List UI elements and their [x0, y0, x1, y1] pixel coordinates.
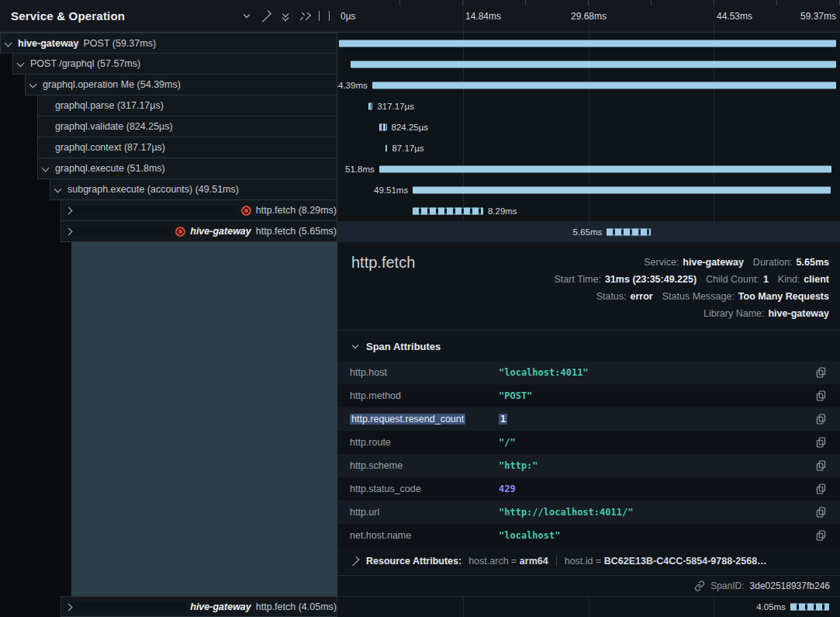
span-timeline-row[interactable] [337, 54, 840, 75]
selected-span-region[interactable] [71, 242, 337, 596]
expand-all-icon[interactable] [280, 10, 291, 23]
expander-icon[interactable] [16, 59, 26, 68]
span-duration-bar[interactable] [368, 102, 373, 109]
span-tree-row[interactable]: graphql.parse (317.17µs) [37, 95, 337, 116]
span-duration-bar[interactable] [379, 165, 831, 172]
span-service: hive-gateway [18, 38, 79, 49]
span-tree-row[interactable]: graphql.validate (824.25µs) [37, 116, 337, 137]
span-timeline-row[interactable]: 54.39ms [337, 75, 840, 95]
attribute-row[interactable]: http.url "http://localhost:4011/" [337, 501, 840, 524]
attribute-row[interactable]: http.route "/" [337, 431, 840, 454]
attribute-value-text: "localhost:4011" [499, 367, 589, 378]
ruler-tick-label: 59.37ms [800, 11, 836, 22]
expander-icon[interactable] [41, 164, 50, 173]
expander-icon[interactable] [41, 122, 50, 131]
span-duration-bar[interactable] [413, 207, 483, 214]
span-tree-row[interactable]: graphql.execute (51.8ms) [37, 158, 337, 179]
timeline-rows: 54.39ms 317.17µs 824.25µs 87.17µs 51.8ms… [337, 33, 840, 242]
span-duration-bar[interactable] [379, 123, 387, 130]
span-tree-row[interactable]: graphql.operation Me (54.39ms) [25, 75, 337, 95]
span-duration-bar[interactable] [413, 186, 831, 193]
span-footer: SpanID: 3de02518937fb246 [337, 575, 840, 596]
span-meta-pair: Library Name:hive-gateway [703, 305, 829, 322]
attribute-row[interactable]: http.scheme "http:" [337, 454, 840, 477]
copy-icon[interactable] [814, 505, 828, 519]
span-duration-label: 4.05ms [756, 602, 786, 612]
meta-value: client [804, 271, 829, 288]
resource-value: arm64 [520, 556, 548, 567]
copy-icon[interactable] [814, 459, 828, 473]
span-id-label: SpanID: [710, 581, 744, 591]
span-timeline-row[interactable]: 4.05ms [337, 597, 840, 617]
attribute-row[interactable]: http.method "POST" [337, 384, 840, 407]
expander-icon[interactable] [4, 39, 13, 48]
chevron-down-icon[interactable] [241, 10, 252, 23]
span-meta-pair: Kind:client [778, 271, 829, 288]
span-duration-bar[interactable] [385, 144, 387, 151]
attribute-row[interactable]: http.host "localhost:4011" [337, 361, 840, 384]
attribute-row[interactable]: net.host.name "localhost" [337, 524, 840, 547]
span-duration-bar[interactable] [372, 81, 837, 88]
span-meta: Service:hive-gatewayDuration:5.65msStart… [555, 254, 829, 322]
span-duration-bar[interactable] [607, 228, 650, 235]
span-timeline-row[interactable]: 317.17µs [337, 95, 840, 116]
span-timeline-row[interactable]: 51.8ms [337, 158, 840, 179]
chevron-right-icon [351, 559, 359, 563]
span-timeline-row[interactable]: 5.65ms [337, 221, 840, 242]
expander-icon[interactable] [41, 143, 50, 152]
attribute-row[interactable]: http.request.resend_count 1 [337, 407, 840, 431]
collapse-all-icon[interactable] [299, 10, 310, 23]
span-tree-row[interactable]: graphql.context (87.17µs) [37, 137, 337, 158]
span-attributes-header[interactable]: Span Attributes [337, 331, 840, 361]
attribute-row[interactable]: http.status_code 429 [337, 477, 840, 501]
attribute-value-text: "http://localhost:4011/" [499, 507, 633, 518]
meta-value: hive-gateway [683, 254, 744, 271]
attribute-key-text: http.url [350, 507, 379, 518]
span-tree-row[interactable]: http.fetch (8.29ms) [60, 200, 337, 221]
span-duration-bar[interactable] [790, 604, 829, 611]
span-timeline-row[interactable]: 824.25µs [337, 116, 840, 137]
span-tree-row[interactable]: hive-gateway http.fetch (5.65ms) [60, 221, 337, 242]
tree-toolbar [241, 10, 330, 23]
span-timeline-row[interactable] [337, 33, 840, 54]
copy-icon[interactable] [814, 435, 828, 449]
copy-icon[interactable] [814, 366, 828, 380]
expander-icon[interactable] [64, 227, 171, 236]
expander-icon[interactable] [41, 101, 50, 110]
meta-value: hive-gateway [768, 305, 829, 322]
copy-icon[interactable] [814, 389, 828, 403]
span-tree-row[interactable]: hive-gateway POST (59.37ms) [0, 33, 337, 54]
expander-icon[interactable] [64, 206, 237, 215]
attribute-value: "localhost" [499, 530, 814, 541]
attribute-key: http.request.resend_count [350, 414, 499, 425]
span-meta-line: Start Time:31ms (23:35:49.225)Child Coun… [555, 271, 829, 288]
span-duration-label: 51.8ms [345, 165, 375, 174]
resource-attributes-header[interactable]: Resource Attributes: host.arch = arm64ho… [337, 547, 840, 575]
meta-value: Too Many Requests [738, 288, 829, 305]
span-tree-row[interactable]: hive-gateway http.fetch (4.05ms) [60, 596, 337, 617]
expander-icon[interactable] [64, 602, 185, 612]
attribute-key-text: http.route [350, 437, 391, 448]
span-duration-bar[interactable] [351, 61, 837, 68]
span-tree-row[interactable]: POST /graphql (57.57ms) [12, 54, 337, 75]
meta-label: Status Message: [662, 288, 735, 305]
copy-icon[interactable] [814, 482, 828, 496]
attribute-key: http.route [350, 437, 499, 448]
span-meta-line: Service:hive-gatewayDuration:5.65ms [644, 254, 829, 271]
span-tree-row[interactable]: subgraph.execute (accounts) (49.51ms) [50, 179, 337, 200]
span-timeline-row[interactable]: 8.29ms [337, 200, 840, 221]
link-icon[interactable] [694, 581, 705, 591]
meta-label: Service: [644, 254, 679, 271]
expander-icon[interactable] [29, 80, 38, 89]
panel-title: Service & Operation [11, 9, 125, 23]
span-timeline-row[interactable]: 87.17µs [337, 137, 840, 158]
span-timeline-row[interactable]: 49.51ms [337, 179, 840, 200]
copy-icon[interactable] [814, 412, 828, 426]
span-duration-bar[interactable] [339, 40, 837, 47]
copy-icon[interactable] [814, 529, 828, 542]
meta-value: 31ms (23:35:49.225) [605, 271, 697, 288]
ruler-tick-label: 14.84ms [465, 11, 501, 22]
chevron-right-icon[interactable] [261, 10, 271, 23]
panel-resize-handle[interactable] [319, 11, 330, 21]
expander-icon[interactable] [54, 185, 63, 194]
